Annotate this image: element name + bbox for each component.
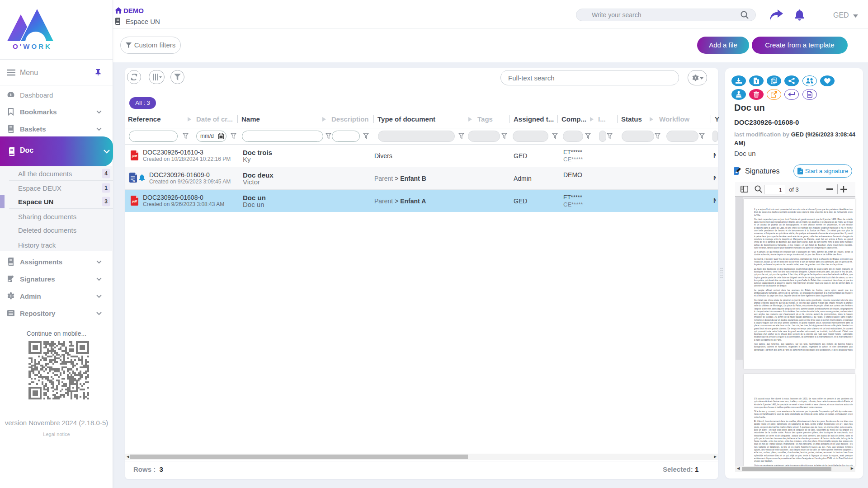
svg-text:pdf: pdf	[132, 155, 137, 158]
svg-text:w: w	[132, 179, 135, 182]
svg-text:pdf: pdf	[132, 200, 137, 203]
